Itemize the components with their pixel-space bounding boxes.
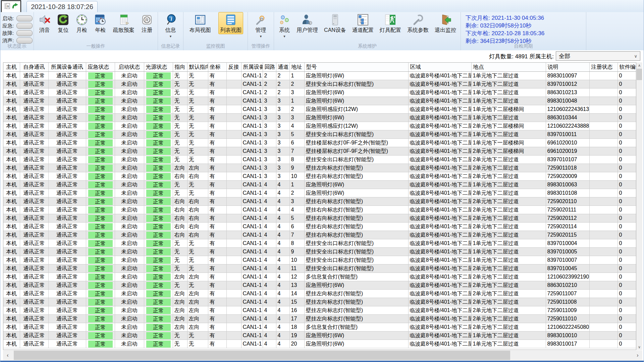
column-header-12[interactable]: 通道 [276, 63, 289, 72]
table-row[interactable]: 本机通讯正常通讯正常正常未启动正常无无有CAN1-1221应急照明灯(6W)临波… [3, 72, 636, 80]
table-row[interactable]: 本机通讯正常通讯正常正常未启动正常右向右向有CAN1-1445壁挂右向标志灯(智… [3, 214, 636, 223]
CAN设备-button[interactable]: CAN设备 [322, 12, 348, 34]
horizontal-scrollbar[interactable]: ‹ › [3, 350, 642, 360]
table-row[interactable]: 本机通讯正常通讯正常正常未启动正常无无有CAN1-1333应急照明灯(6W)临波… [3, 114, 636, 122]
status-row-1: 应急: [2, 22, 33, 29]
table-row[interactable]: 本机通讯正常通讯正常正常未启动正常无无有CAN1-14413应急照明灯(6W)临… [3, 281, 636, 290]
table-cell: 通讯正常 [48, 231, 86, 239]
table-row[interactable]: 本机通讯正常通讯正常正常未启动正常无无有CAN1-1338壁挂安全出口标志灯(智… [3, 156, 636, 164]
table-cell: 4 [276, 290, 289, 298]
table-row[interactable]: 本机通讯正常通讯正常正常未启动正常左向左向有CAN1-14416壁挂左向标志灯(… [3, 306, 636, 315]
horizontal-scroll-thumb[interactable] [14, 351, 510, 360]
列表视图-button[interactable]: 列表视图 [218, 12, 243, 34]
table-row[interactable]: 本机通讯正常通讯正常正常未启动正常无无有CAN1-14419应急照明灯(6W)临… [3, 331, 636, 340]
table-row[interactable]: 本机通讯正常通讯正常正常未启动正常无无有CAN1-1449壁挂安全出口标志灯(智… [3, 248, 636, 256]
table-row[interactable]: 本机通讯正常通讯正常正常未启动正常无无有CAN1-1337壁挂楼层标志灯0F-9… [3, 147, 636, 156]
table-cell: 正常 [144, 214, 173, 223]
column-header-11[interactable]: 回路 [263, 63, 276, 72]
table-row[interactable]: 本机通讯正常通讯正常正常未启动正常右向右向有CAN1-1447壁挂右向标志灯(智… [3, 231, 636, 239]
table-cell [226, 80, 241, 88]
月检-button[interactable]: 月检 [74, 12, 90, 34]
table-row[interactable]: 本机通讯正常通讯正常正常未启动正常无无有CAN1-14410壁挂安全出口标志灯(… [3, 256, 636, 264]
table-row[interactable]: 本机通讯正常通讯正常正常未启动正常左向左向有CAN1-14412多信息复合灯(智… [3, 273, 636, 281]
年检-button[interactable]: 年检 [93, 12, 108, 34]
column-header-8[interactable]: 坐标 [208, 63, 226, 72]
column-header-19[interactable]: 软件编号 [618, 63, 636, 72]
table-row[interactable]: 本机通讯正常通讯正常正常未启动正常右向右向有CAN1-13310壁挂右向标志灯(… [3, 172, 636, 181]
column-header-5[interactable]: 光源状态 [144, 63, 173, 72]
scroll-right-icon[interactable]: › [633, 350, 642, 360]
table-row[interactable]: 本机通讯正常通讯正常正常未启动正常右向右向有CAN1-1444壁挂右向标志灯(智… [3, 206, 636, 214]
column-header-15[interactable]: 区域 [408, 63, 471, 72]
系统-button[interactable]: ⚙⚙⚙系统▾ [277, 12, 292, 38]
table-row[interactable]: 本机通讯正常通讯正常正常未启动正常无无有CAN1-1332应急照明感应灯(12W… [3, 105, 636, 114]
status-ok-cell: 正常 [146, 223, 171, 230]
column-header-2[interactable]: 所属设备通讯 [48, 63, 86, 72]
column-header-6[interactable]: 指向 [173, 63, 187, 72]
table-row[interactable]: 本机通讯正常通讯正常正常未启动正常左向左向有CAN1-14417壁挂左向标志灯(… [3, 315, 636, 323]
table-row[interactable]: 本机通讯正常通讯正常正常未启动正常无无有CAN1-1223应急照明灯(6W)临波… [3, 88, 636, 97]
column-header-4[interactable]: 启动状态 [115, 63, 144, 72]
用户管理-button[interactable]: ⚙用户管理 [295, 12, 320, 34]
灯具配置-button[interactable]: 灯具配置 [378, 12, 403, 34]
vertical-scroll-thumb[interactable] [637, 69, 642, 80]
table-cell [589, 290, 618, 298]
column-header-10[interactable]: 所属设备 [241, 63, 263, 72]
column-header-1[interactable]: 自身通讯 [20, 63, 48, 72]
dropdown-arrow-icon: ▾ [170, 35, 172, 38]
quick-access-toolbar[interactable]: a [1, 0, 21, 13]
column-header-17[interactable]: 说明 [546, 63, 589, 72]
管理-button[interactable]: ⚙管理▾ [253, 12, 269, 38]
table-cell: 0 [618, 264, 636, 273]
table-cell: 1单元地下二层过道 [471, 130, 546, 139]
column-header-16[interactable]: 地点 [471, 63, 546, 72]
status-ok-cell: 正常 [88, 72, 113, 79]
column-header-13[interactable]: 地址 [289, 63, 304, 72]
table-row[interactable]: 本机通讯正常通讯正常正常未启动正常无无有CAN1-1442应急照明灯(6W)临波… [3, 189, 636, 197]
table-cell: 有 [208, 340, 226, 348]
table-row[interactable]: 本机通讯正常通讯正常正常未启动正常无无有CAN1-1335壁挂安全出口标志灯(智… [3, 130, 636, 139]
scroll-up-icon[interactable]: ∧ [636, 62, 642, 68]
退出监控-button[interactable]: 退出监控 [433, 12, 458, 34]
table-row[interactable]: 本机通讯正常通讯正常正常未启动正常无无有CAN1-14411壁挂安全出口标志灯(… [3, 264, 636, 273]
复位-button[interactable]: 复位 [55, 12, 71, 34]
table-row[interactable]: 本机通讯正常通讯正常正常未启动正常右向右向有CAN1-1443壁挂右向标志灯(智… [3, 197, 636, 206]
table-cell: CAN1-1 [241, 122, 263, 130]
布局视图-button[interactable]: 布局视图 [188, 12, 213, 34]
table-cell: 正常 [86, 290, 115, 298]
datetime-tab[interactable]: 2021-10-28 18:07:26 [26, 1, 98, 12]
table-row[interactable]: 本机通讯正常通讯正常正常未启动正常无无有CAN1-1336壁挂楼层标志灯0F-9… [3, 139, 636, 147]
table-row[interactable]: 本机通讯正常通讯正常正常未启动正常无无有CAN1-1334应急照明感应灯(12W… [3, 122, 636, 130]
table-cell: 有 [208, 306, 226, 315]
column-header-9[interactable]: 反接 [226, 63, 241, 72]
table-row[interactable]: 本机通讯正常通讯正常正常未启动正常左向左向有CAN1-14414壁挂左向标志灯(… [3, 290, 636, 298]
通道配置-button[interactable]: 通道配置 [351, 12, 375, 34]
table-row[interactable]: 本机通讯正常通讯正常正常未启动正常无无有CAN1-1441应急照明灯(6W)临波… [3, 181, 636, 189]
vertical-scrollbar[interactable]: ∧ ∨ [636, 62, 642, 350]
host-filter-dropdown[interactable]: 全部 ∨ [556, 51, 640, 61]
table-cell: 本机 [3, 206, 20, 214]
table-row[interactable]: 本机通讯正常通讯正常正常未启动正常无无有CAN1-14420应急照明灯(6W)临… [3, 340, 636, 348]
column-header-7[interactable]: 默认指向 [187, 63, 208, 72]
column-header-18[interactable]: 注册状态 [589, 63, 618, 72]
系统参数-button[interactable]: 系统参数 [406, 12, 430, 34]
column-header-3[interactable]: 应急状态 [86, 63, 115, 72]
table-row[interactable]: 本机通讯正常通讯正常正常未启动正常右向右向有CAN1-1446壁挂右向标志灯(智… [3, 223, 636, 231]
scroll-left-icon[interactable]: ‹ [3, 350, 12, 360]
table-row[interactable]: 本机通讯正常通讯正常正常未启动正常无无有CAN1-1222壁挂安全出口标志灯(智… [3, 80, 636, 88]
注册-button[interactable]: R注册 [139, 12, 155, 34]
table-row[interactable]: 本机通讯正常通讯正常正常未启动正常无无有CAN1-1448壁挂安全出口标志灯(智… [3, 239, 636, 248]
column-header-14[interactable]: 型号 [304, 63, 408, 72]
table-row[interactable]: 本机通讯正常通讯正常正常未启动正常左向左向有CAN1-14415壁挂左向标志灯(… [3, 298, 636, 306]
scroll-down-icon[interactable]: ∨ [636, 344, 642, 350]
table-cell [589, 315, 618, 323]
table-row[interactable]: 本机通讯正常通讯正常正常未启动正常无无有CAN1-1331应急照明灯(6W)临波… [3, 97, 636, 105]
消音-button[interactable]: 消音 [37, 12, 52, 34]
信息-button[interactable]: i信息▾ [163, 12, 178, 38]
column-header-0[interactable]: 主机 [3, 63, 20, 72]
table-row[interactable]: 本机通讯正常通讯正常正常未启动正常左向左向有CAN1-14418多信息复合灯(智… [3, 323, 636, 331]
table-cell: 正常 [86, 189, 115, 197]
疏散预案-button[interactable]: 疏散预案 [111, 12, 136, 34]
table-row[interactable]: 本机通讯正常通讯正常正常未启动正常左向左向有CAN1-1339壁挂左向标志灯(智… [3, 164, 636, 172]
status-ok-cell: 正常 [88, 190, 113, 197]
